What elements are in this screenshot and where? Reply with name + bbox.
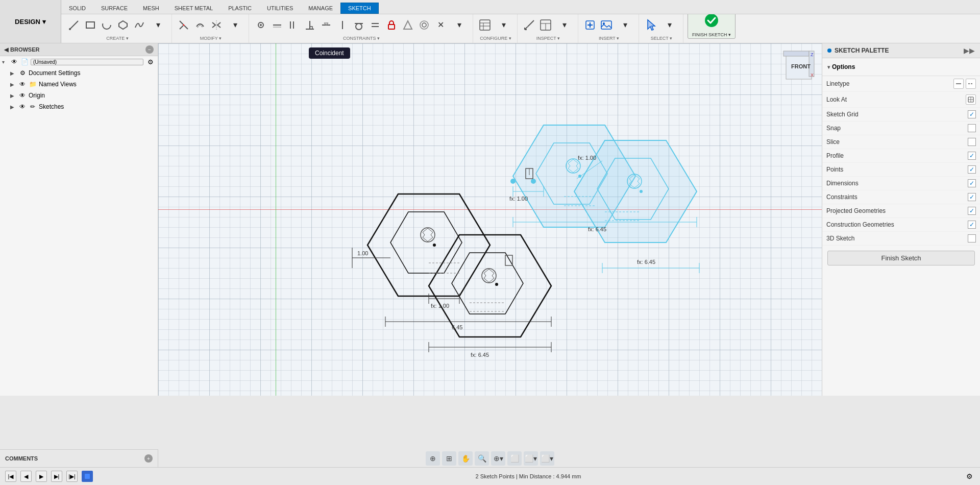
rectangle-tool[interactable] — [83, 17, 98, 33]
design-button[interactable]: DESIGN ▾ — [0, 0, 61, 43]
constructiongeo-checkbox[interactable] — [968, 221, 976, 229]
snap-checkbox[interactable] — [968, 124, 976, 132]
perpendicular-tool[interactable] — [302, 17, 317, 33]
polygon-tool[interactable] — [115, 17, 131, 33]
mirror-tool[interactable] — [209, 17, 224, 33]
tree-arrow-root[interactable]: ▾ — [2, 59, 8, 65]
nav-last-btn[interactable]: |▶| — [66, 471, 78, 482]
constraints-dropdown[interactable]: ▾ — [449, 17, 470, 33]
constraints-label: CONSTRAINTS ▾ — [250, 36, 473, 41]
canvas-pan-grid-btn[interactable]: ⊞ — [442, 451, 456, 466]
nav-first-btn[interactable]: |◀ — [5, 471, 16, 482]
dimensions-checkbox[interactable] — [968, 179, 976, 187]
lock-tool[interactable] — [384, 17, 399, 33]
select-btn[interactable] — [643, 17, 658, 33]
tree-item-named-views[interactable]: ▶ 👁 📁 Named Views — [0, 79, 158, 90]
browser-collapse-btn[interactable]: − — [145, 45, 154, 54]
finish-sketch-palette-button[interactable]: Finish Sketch — [827, 251, 975, 265]
insert-dropdown[interactable]: ▾ — [615, 17, 635, 33]
inspect-dropdown[interactable]: ▾ — [554, 17, 575, 33]
browser-title: ◀ BROWSER — [4, 46, 39, 53]
tab-manage[interactable]: MANAGE — [301, 3, 340, 14]
triangle-tool[interactable] — [400, 17, 415, 33]
tree-arrow-sketches[interactable]: ▶ — [10, 104, 16, 110]
nav-prev-btn[interactable]: ◀ — [20, 471, 32, 482]
svg-point-45 — [705, 14, 718, 27]
options-arrow-icon: ▾ — [827, 64, 830, 70]
status-settings-icon[interactable]: ⚙ — [964, 471, 975, 482]
arc-tool[interactable] — [99, 17, 114, 33]
linetype-icons — [953, 79, 976, 89]
finish-sketch-tools: FINISH SKETCH ▾ — [688, 14, 736, 43]
collinear-tool[interactable] — [270, 17, 285, 33]
tree-arrow-namedviews[interactable]: ▶ — [10, 82, 16, 87]
canvas-zoom-btn[interactable]: 🔍 — [475, 451, 489, 466]
canvas-zoom-drop[interactable]: ⊕▾ — [491, 451, 505, 466]
record-button[interactable] — [82, 471, 93, 482]
tab-sketch[interactable]: SKETCH — [340, 3, 379, 14]
configure-btn[interactable] — [477, 17, 493, 33]
measure-btn[interactable] — [522, 17, 537, 33]
trim-tool[interactable] — [176, 17, 191, 33]
canvas[interactable]: Coincident 1.00 6.45 fx: 1.00 — [158, 43, 822, 396]
tab-sheet-metal[interactable]: SHEET METAL — [167, 3, 220, 14]
select-dropdown[interactable]: ▾ — [659, 17, 680, 33]
canvas-pan-btn[interactable]: ✋ — [458, 451, 473, 466]
table-btn[interactable] — [538, 17, 553, 33]
canvas-view-btn[interactable]: ⬜▾ — [540, 451, 554, 466]
lookat-btn[interactable] — [966, 94, 976, 105]
svg-line-5 — [183, 25, 184, 26]
tree-item-root[interactable]: ▾ 👁 📄 (Unsaved) ⚙ — [0, 56, 158, 67]
tree-arrow-origin[interactable]: ▶ — [10, 93, 16, 99]
options-label: Options — [832, 63, 855, 70]
tree-item-document-settings[interactable]: ▶ ⚙ Document Settings — [0, 67, 158, 79]
tab-solid[interactable]: SOLID — [61, 3, 93, 14]
create-dropdown[interactable]: ▾ — [148, 17, 168, 33]
image-btn[interactable] — [599, 17, 614, 33]
parallel-tool[interactable] — [286, 17, 301, 33]
snap-label: Snap — [826, 125, 841, 132]
tree-item-sketches[interactable]: ▶ 👁 ✏ Sketches — [0, 101, 158, 112]
constraints-checkbox[interactable] — [968, 193, 976, 201]
vertical-tool[interactable] — [335, 17, 350, 33]
spline-tool[interactable] — [132, 17, 147, 33]
browser-collapse-arrow[interactable]: ◀ — [4, 46, 8, 53]
tab-plastic[interactable]: PLASTIC — [220, 3, 259, 14]
3dsketch-checkbox[interactable] — [968, 234, 976, 243]
tab-surface[interactable]: SURFACE — [93, 3, 135, 14]
comments-add-btn[interactable]: + — [144, 454, 153, 463]
palette-row-projectedgeo: Projected Geometries — [822, 204, 980, 218]
tree-item-origin[interactable]: ▶ 👁 Origin — [0, 90, 158, 101]
linetype-btn-1[interactable] — [953, 79, 964, 89]
options-header[interactable]: ▾ Options — [827, 61, 975, 72]
more-constraints[interactable]: ✕ — [433, 17, 448, 33]
slice-checkbox[interactable] — [968, 138, 976, 146]
canvas-display-btn[interactable]: ⬜ — [507, 451, 522, 466]
palette-row-linetype: Linetype — [822, 76, 980, 92]
points-checkbox[interactable] — [968, 165, 976, 174]
tree-arrow-docsettings[interactable]: ▶ — [10, 70, 16, 76]
profile-checkbox[interactable] — [968, 152, 976, 160]
insert-btn[interactable] — [582, 17, 598, 33]
palette-expand-btn[interactable]: ▶▶ — [964, 46, 975, 55]
nav-next-btn[interactable]: ▶| — [51, 471, 62, 482]
tab-utilities[interactable]: UTILITIES — [259, 3, 301, 14]
coincident-tool[interactable] — [253, 17, 268, 33]
view-cube[interactable]: FRONT X Z — [778, 46, 819, 87]
offset-tool[interactable] — [192, 17, 208, 33]
nav-play-btn[interactable]: ▶ — [36, 471, 47, 482]
horizontal-tool[interactable] — [318, 17, 334, 33]
finish-sketch-button[interactable]: FINISH SKETCH ▾ — [688, 14, 736, 39]
canvas-orbit-btn[interactable]: ⊕ — [426, 451, 440, 466]
configure-dropdown[interactable]: ▾ — [494, 17, 514, 33]
projectedgeo-checkbox[interactable] — [968, 207, 976, 215]
canvas-display-drop[interactable]: ⬜▾ — [524, 451, 538, 466]
tangent-tool[interactable] — [351, 17, 366, 33]
equal-tool[interactable] — [368, 17, 383, 33]
tab-mesh[interactable]: MESH — [135, 3, 167, 14]
linetype-btn-2[interactable] — [966, 79, 976, 89]
concentric-tool[interactable] — [416, 17, 432, 33]
sketchgrid-checkbox[interactable] — [968, 110, 976, 118]
modify-dropdown[interactable]: ▾ — [225, 17, 246, 33]
line-tool[interactable] — [66, 17, 82, 33]
